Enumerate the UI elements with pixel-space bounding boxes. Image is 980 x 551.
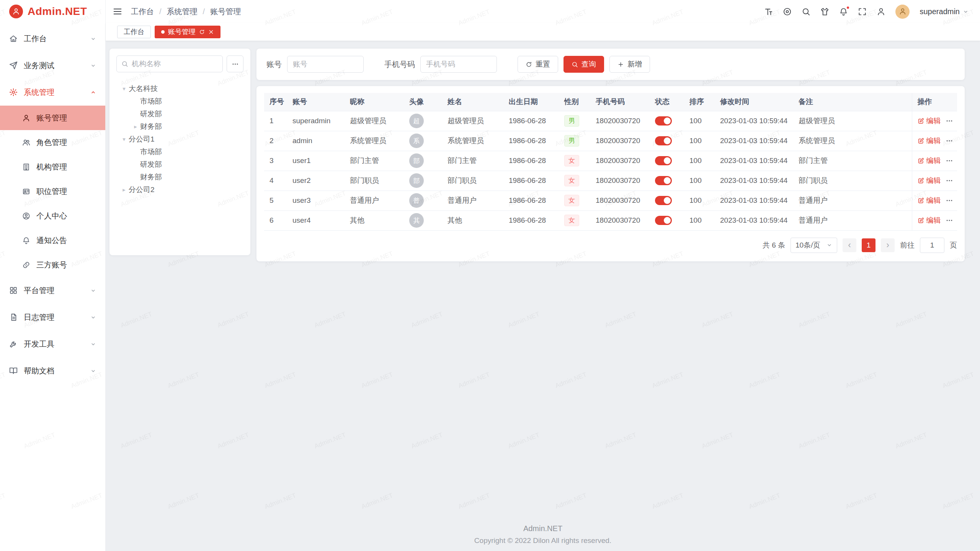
search-button[interactable]: 查询 <box>564 56 604 73</box>
current-page-button[interactable]: 1 <box>862 238 875 252</box>
column-header[interactable]: 头像 <box>404 93 442 111</box>
status-toggle[interactable] <box>655 196 672 205</box>
column-header[interactable]: 账号 <box>287 93 345 111</box>
column-header[interactable]: 状态 <box>650 93 684 111</box>
column-header[interactable]: 姓名 <box>442 93 503 111</box>
org-search-input[interactable] <box>132 60 218 68</box>
cell-gender: 女 <box>559 151 590 171</box>
brand-logo[interactable]: Admin.NET <box>0 0 105 23</box>
table-row[interactable]: 4 user2 部门职员 部 部门职员 1986-06-28 女 1802003… <box>264 171 957 191</box>
caret-right-icon[interactable]: ▸ <box>119 186 129 193</box>
account-input[interactable] <box>287 56 364 73</box>
tree-item[interactable]: 财务部 <box>116 171 243 183</box>
table-row[interactable]: 6 user4 其他 其 其他 1986-06-28 女 18020030720 <box>264 210 957 230</box>
sidebar-item-notice[interactable]: 通知公告 <box>0 228 105 253</box>
sidebar-item-account-management[interactable]: 账号管理 <box>0 106 105 130</box>
tree-item[interactable]: 市场部 <box>116 95 243 108</box>
notification-bell[interactable] <box>839 7 848 16</box>
edit-button[interactable]: 编辑 <box>918 215 941 225</box>
table-row[interactable]: 2 admin 系统管理员 系 系统管理员 1986-06-28 男 18020… <box>264 131 957 151</box>
reset-button[interactable]: 重置 <box>518 56 558 73</box>
sidebar-item-personal-center[interactable]: 个人中心 <box>0 204 105 228</box>
user-menu[interactable]: superadmin <box>920 7 969 16</box>
caret-down-icon[interactable]: ▾ <box>119 136 129 143</box>
sidebar-item-org-management[interactable]: 机构管理 <box>0 155 105 179</box>
edit-button[interactable]: 编辑 <box>918 196 941 205</box>
font-size-icon[interactable] <box>764 7 773 16</box>
column-header[interactable]: 备注 <box>793 93 912 111</box>
column-header[interactable]: 手机号码 <box>590 93 650 111</box>
status-toggle[interactable] <box>655 156 672 165</box>
edit-button[interactable]: 编辑 <box>918 116 941 126</box>
sidebar-item-business-test[interactable]: 业务测试 <box>0 52 105 79</box>
column-header[interactable]: 排序 <box>684 93 715 111</box>
sidebar-item-log-management[interactable]: 日志管理 <box>0 304 105 331</box>
cell-avatar: 部 <box>404 151 442 171</box>
column-header[interactable]: 序号 <box>264 93 287 111</box>
sidebar-item-role-management[interactable]: 角色管理 <box>0 130 105 155</box>
more-actions-icon[interactable] <box>946 157 953 165</box>
user-avatar[interactable] <box>895 5 910 19</box>
tab-workbench[interactable]: 工作台 <box>117 26 151 38</box>
sidebar-item-workbench[interactable]: 工作台 <box>0 25 105 52</box>
breadcrumb-item[interactable]: 工作台 <box>131 7 167 17</box>
status-toggle[interactable] <box>655 136 672 145</box>
tree-item[interactable]: ▾ 分公司1 <box>116 133 243 145</box>
edit-button[interactable]: 编辑 <box>918 156 941 166</box>
more-actions-icon[interactable] <box>946 117 953 125</box>
tree-item[interactable]: ▸ 分公司2 <box>116 183 243 196</box>
status-toggle[interactable] <box>655 176 672 185</box>
caret-right-icon[interactable]: ▸ <box>131 123 140 130</box>
sidebar-item-position-management[interactable]: 职位管理 <box>0 179 105 204</box>
tree-item[interactable]: ▾ 大名科技 <box>116 82 243 95</box>
tab-account-management[interactable]: 账号管理 <box>155 26 220 38</box>
table-row[interactable]: 3 user1 部门主管 部 部门主管 1986-06-28 女 1802003… <box>264 151 957 171</box>
sidebar-item-third-party-account[interactable]: 三方账号 <box>0 253 105 277</box>
sidebar-item-platform-management[interactable]: 平台管理 <box>0 277 105 304</box>
next-page-button[interactable]: › <box>881 238 895 252</box>
more-actions-icon[interactable] <box>946 177 953 184</box>
caret-down-icon[interactable]: ▾ <box>119 85 129 92</box>
more-actions-icon[interactable] <box>946 197 953 204</box>
page-size-select[interactable]: 10条/页 <box>791 238 837 253</box>
edit-button[interactable]: 编辑 <box>918 136 941 146</box>
edit-button[interactable]: 编辑 <box>918 176 941 186</box>
more-actions-icon[interactable] <box>946 137 953 145</box>
column-header[interactable]: 操作 <box>912 93 957 111</box>
cell-account: user3 <box>287 191 345 210</box>
more-actions-icon[interactable] <box>946 217 953 224</box>
avatar: 系 <box>409 134 424 148</box>
phone-input[interactable] <box>420 56 497 73</box>
refresh-icon[interactable] <box>199 29 205 35</box>
tree-item[interactable]: 市场部 <box>116 145 243 158</box>
fullscreen-icon[interactable] <box>858 7 867 16</box>
status-toggle[interactable] <box>655 216 672 225</box>
sidebar-item-help-docs[interactable]: 帮助文档 <box>0 357 105 384</box>
search-icon[interactable] <box>802 7 810 16</box>
tree-item[interactable]: ▸ 财务部 <box>116 120 243 133</box>
sidebar-item-system-management[interactable]: 系统管理 <box>0 79 105 106</box>
avatar: 普 <box>409 193 424 208</box>
tree-item[interactable]: 研发部 <box>116 108 243 120</box>
close-icon[interactable] <box>208 29 214 35</box>
prev-page-button[interactable]: ‹ <box>843 238 856 252</box>
goto-page-input[interactable] <box>920 238 944 253</box>
column-header[interactable]: 性别 <box>559 93 590 111</box>
user-settings-icon[interactable] <box>877 7 885 16</box>
status-toggle[interactable] <box>655 116 672 126</box>
breadcrumb-item[interactable]: 系统管理 <box>167 7 211 17</box>
table-row[interactable]: 5 user3 普通用户 普 普通用户 1986-06-28 女 1802003… <box>264 191 957 210</box>
theme-icon[interactable] <box>820 7 829 16</box>
add-button[interactable]: 新增 <box>609 56 650 73</box>
org-more-button[interactable] <box>227 55 243 72</box>
gear-icon <box>9 88 18 96</box>
menu-toggle-icon[interactable] <box>113 7 122 16</box>
sidebar-item-dev-tools[interactable]: 开发工具 <box>0 331 105 357</box>
column-header[interactable]: 昵称 <box>345 93 404 111</box>
language-icon[interactable] <box>783 7 792 16</box>
table-row[interactable]: 1 superadmin 超级管理员 超 超级管理员 1986-06-28 男 … <box>264 111 957 131</box>
column-header[interactable]: 修改时间 <box>715 93 793 111</box>
cell-modified: 2023-01-03 10:59:44 <box>715 111 793 131</box>
tree-item[interactable]: 研发部 <box>116 158 243 171</box>
column-header[interactable]: 出生日期 <box>503 93 559 111</box>
